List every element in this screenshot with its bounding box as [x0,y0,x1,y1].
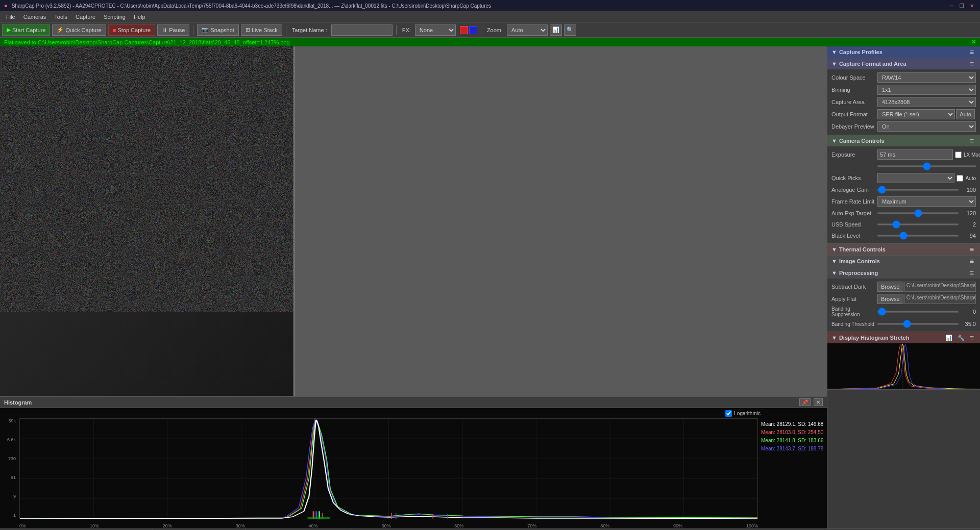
histogram-close-button[interactable]: ✕ [814,398,823,406]
output-format-auto-button[interactable]: Auto [956,109,975,119]
menu-scripting[interactable]: Scripting [100,13,130,21]
black-level-slider[interactable] [877,235,959,237]
display-histogram-header[interactable]: ▼ Display Histogram Stretch 📊 🔧 ≡ [827,332,980,343]
colour-space-select[interactable]: RAW14 [877,72,976,83]
auto-exp-label: Auto Exp Target [831,210,877,216]
image-controls-header[interactable]: ▼ Image Controls ≡ [827,256,980,267]
quick-picks-select[interactable] [877,173,954,183]
stat-red: Mean: 28103.0, SD: 254.50 [761,428,825,437]
restore-button[interactable]: ❐ [958,2,966,10]
frame-rate-row: Frame Rate Limit Maximum [829,195,978,208]
menu-cameras[interactable]: Cameras [19,13,51,21]
fx-select[interactable]: None [415,24,456,36]
snapshot-button[interactable]: 📷 Snapshot [197,24,238,36]
display-histogram-icon2[interactable]: 🔧 [955,334,967,342]
zoom-label: Zoom: [485,27,505,33]
minimize-button[interactable]: ─ [947,2,955,10]
display-histogram-collapse-icon: ▼ [831,335,837,341]
histogram-header: Histogram 📌 ✕ [0,397,827,408]
preprocessing-label: Preprocessing [839,270,878,276]
capture-profiles-menu[interactable]: ≡ [968,48,976,56]
close-button[interactable]: ✕ [968,2,976,10]
status-notification-text: Flat saved to C:\Users\robin\Desktop\Sha… [4,39,290,45]
thermal-controls-section: ▼ Thermal Controls ≡ [827,244,980,256]
stop-capture-button[interactable]: ■ Stop Capture [108,24,155,36]
main-area: Histogram 📌 ✕ Logarithmic 59k 6.6k [0,46,980,528]
menu-tools[interactable]: Tools [50,13,71,21]
separator-3 [396,25,397,35]
quick-capture-button[interactable]: ⚡ Quick Capture [52,24,106,36]
histogram-svg [20,419,757,519]
subtract-dark-label: Subtract Dark [831,284,877,290]
usb-speed-slider[interactable] [877,223,959,225]
x-80: 80% [600,523,609,528]
exposure-input[interactable] [877,149,953,160]
x-30: 30% [236,523,245,528]
subtract-dark-path: C:\Users\robin\Desktop\SharpCap Ca... [904,282,976,292]
logarithmic-checkbox[interactable] [725,410,732,417]
stat-white: Mean: 28129.1, SD: 146.68 [761,420,825,428]
display-histogram-icon1[interactable]: 📊 [943,334,954,342]
histogram-stats: Mean: 28129.1, SD: 146.68 Mean: 28103.0,… [761,420,825,453]
y-label-6k: 6.6k [2,437,16,442]
capture-area-row: Capture Area 4128x2808 [829,96,978,108]
subtract-dark-browse[interactable]: Browse [877,282,903,292]
histogram-button[interactable]: 📊 [550,24,562,36]
pause-icon: ⏸ [162,27,167,33]
capture-area-select[interactable]: 4128x2808 [877,97,976,107]
status-close-button[interactable]: ✕ [971,39,976,45]
apply-flat-browse[interactable]: Browse [877,294,903,304]
start-capture-button[interactable]: ▶ Start Capture [2,24,50,36]
preprocessing-header[interactable]: ▼ Preprocessing ≡ [827,267,980,279]
auto-checkbox[interactable] [957,175,963,182]
frame-rate-select[interactable]: Maximum [877,196,976,207]
thermal-controls-menu[interactable]: ≡ [968,245,976,254]
settings-icon-button[interactable]: 🔍 [564,24,576,36]
apply-flat-label: Apply Flat [831,296,877,302]
display-histogram-menu[interactable]: ≡ [968,334,976,342]
camera-controls-menu[interactable]: ≡ [968,137,976,145]
capture-format-content: Colour Space RAW14 Binning 1x1 Capture A… [827,69,980,135]
camera-view[interactable] [0,46,827,396]
quick-capture-label: Quick Capture [65,27,101,33]
banding-threshold-slider[interactable] [877,323,959,325]
banding-threshold-row: Banding Threshold 35.0 [829,318,978,330]
output-format-select[interactable]: SER file (*.ser) [877,109,955,119]
capture-profiles-header[interactable]: ▼ Capture Profiles ≡ [827,46,980,58]
capture-format-collapse-icon: ▼ [831,61,837,67]
capture-format-header[interactable]: ▼ Capture Format and Area ≡ [827,58,980,69]
debayer-preview-select[interactable]: On [877,121,976,132]
image-controls-menu[interactable]: ≡ [968,257,976,265]
histogram-pin-button[interactable]: 📌 [799,398,811,406]
live-stack-button[interactable]: ⊞ Live Stack [241,24,282,36]
auto-exp-slider[interactable] [877,212,959,214]
menu-help[interactable]: Help [130,13,150,21]
capture-format-menu[interactable]: ≡ [968,60,976,68]
pause-button[interactable]: ⏸ Pause [157,24,189,36]
banding-threshold-label: Banding Threshold [831,321,877,327]
frame-rate-label: Frame Rate Limit [831,198,877,205]
banding-threshold-value: 35.0 [961,321,976,327]
pause-label: Pause [169,27,185,33]
x-70: 70% [527,523,536,528]
zoom-select[interactable]: Auto [507,24,548,36]
titlebar: ● SharpCap Pro (v3.2.5892) - AA294CPROTE… [0,0,980,11]
lx-mode-checkbox[interactable] [955,152,962,158]
preprocessing-menu[interactable]: ≡ [968,269,976,277]
titlebar-controls: ─ ❐ ✕ [947,2,976,10]
camera-controls-header[interactable]: ▼ Camera Controls ≡ [827,135,980,146]
banding-suppression-container: 0 [877,309,976,315]
stat-green: Mean: 28141.8, SD: 183.66 [761,437,825,445]
binning-select[interactable]: 1x1 [877,85,976,95]
exposure-label: Exposure [831,152,877,158]
image-controls-collapse-icon: ▼ [831,258,837,264]
analogue-gain-slider[interactable] [877,189,959,191]
menu-capture[interactable]: Capture [71,13,100,21]
menu-file[interactable]: File [2,13,19,21]
target-name-input[interactable] [331,24,393,36]
banding-suppression-slider[interactable] [877,311,959,313]
black-level-value: 94 [961,233,976,239]
menubar: File Cameras Tools Capture Scripting Hel… [0,11,980,22]
thermal-controls-header[interactable]: ▼ Thermal Controls ≡ [827,244,980,255]
exposure-slider[interactable] [877,165,976,167]
